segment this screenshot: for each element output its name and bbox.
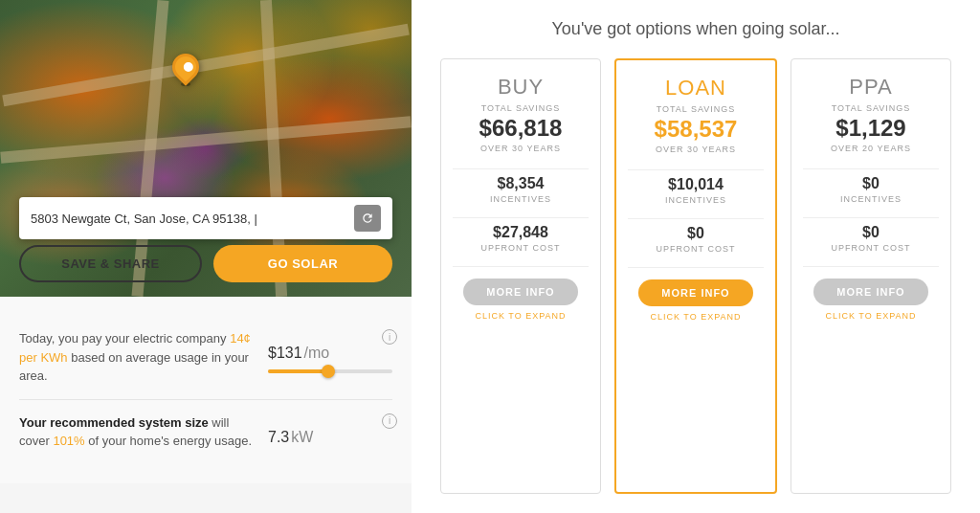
buy-period: OVER 30 YEARS [480,144,561,153]
save-share-button[interactable]: SAVE & SHARE [19,245,202,282]
system-value: 7.3kW [268,413,313,448]
buy-upfront-label: UPFRONT COST [481,243,561,253]
loan-incentives-label: INCENTIVES [665,195,726,205]
slider-fill [268,369,324,373]
action-buttons: SAVE & SHARE GO SOLAR [19,245,392,282]
system-value-container: 7.3kW [268,413,392,448]
loan-divider2 [628,218,764,219]
system-coverage: 101% [53,434,84,448]
electric-value-container: $131/mo [268,329,392,373]
buy-card: BUY TOTAL SAVINGS $66,818 OVER 30 YEARS … [440,58,601,494]
pin-body [167,48,205,86]
right-panel: You've got options when going solar... B… [412,0,980,513]
ppa-card-type: PPA [849,75,892,100]
loan-savings: $58,537 [655,116,738,143]
address-text: 5803 Newgate Ct, San Jose, CA 95138, | [31,212,346,226]
ppa-click-expand[interactable]: CLICK TO EXPAND [825,311,916,321]
loan-total-label: TOTAL SAVINGS [657,104,736,114]
ppa-incentives-label: INCENTIVES [840,194,902,204]
ppa-card: PPA TOTAL SAVINGS $1,129 OVER 20 YEARS $… [791,58,951,494]
cards-container: BUY TOTAL SAVINGS $66,818 OVER 30 YEARS … [440,58,951,494]
electric-text-prefix: Today, you pay your electric company [19,331,230,346]
buy-divider2 [453,217,589,218]
go-solar-button[interactable]: GO SOLAR [213,245,392,282]
loan-upfront-value: $0 [687,225,704,242]
ppa-period: OVER 20 YEARS [831,144,911,153]
refresh-icon [361,212,374,225]
buy-click-expand[interactable]: CLICK TO EXPAND [475,311,566,321]
ppa-upfront-value: $0 [862,224,880,241]
left-panel: 5803 Newgate Ct, San Jose, CA 95138, | S… [0,0,412,513]
buy-incentives-label: INCENTIVES [490,194,551,204]
right-title: You've got options when going solar... [440,19,951,39]
ppa-savings: $1,129 [835,115,905,142]
map-pin [170,54,201,92]
ppa-upfront-label: UPFRONT COST [832,243,911,253]
loan-upfront-label: UPFRONT COST [657,244,736,254]
buy-more-info-button[interactable]: MORE INFO [463,279,578,305]
buy-incentives-value: $8,354 [498,175,545,192]
loan-period: OVER 30 YEARS [656,145,736,154]
loan-card-type: LOAN [665,76,726,100]
buy-total-label: TOTAL SAVINGS [481,103,561,113]
system-unit: kW [291,429,313,445]
buy-upfront-value: $27,848 [493,224,548,241]
map-area: 5803 Newgate Ct, San Jose, CA 95138, | S… [0,0,412,297]
loan-card: LOAN TOTAL SAVINGS $58,537 OVER 30 YEARS… [614,58,777,494]
loan-divider1 [628,169,764,170]
system-text-suffix: of your home's energy usage. [85,434,252,448]
address-bar: 5803 Newgate Ct, San Jose, CA 95138, | [19,197,392,239]
ppa-more-info-button[interactable]: MORE INFO [813,279,928,305]
refresh-button[interactable] [354,205,381,232]
loan-divider3 [628,267,764,268]
electric-unit: /mo [304,345,330,361]
ppa-incentives-value: $0 [862,175,880,192]
slider-thumb[interactable] [322,365,335,378]
buy-divider1 [453,168,589,169]
ppa-divider1 [803,168,939,169]
electric-info-row: Today, you pay your electric company 14¢… [19,316,392,400]
system-number: 7.3 [268,429,289,445]
pin-inner [181,60,194,74]
electric-slider[interactable] [268,369,392,373]
ppa-divider3 [803,266,939,267]
system-description: Your recommended system size will cover … [19,413,268,451]
buy-divider3 [453,266,589,267]
system-info-row: Your recommended system size will cover … [19,400,392,464]
slider-track [268,369,392,373]
electric-dollar: $131 [268,345,302,361]
electric-info-icon[interactable]: i [382,329,397,345]
system-info-icon[interactable]: i [382,413,397,429]
ppa-divider2 [803,217,939,218]
loan-incentives-value: $10,014 [668,176,724,193]
buy-card-type: BUY [498,75,544,100]
loan-more-info-button[interactable]: MORE INFO [638,279,753,306]
ppa-total-label: TOTAL SAVINGS [832,103,911,113]
info-section: Today, you pay your electric company 14¢… [0,297,412,483]
buy-savings: $66,818 [479,115,563,142]
loan-click-expand[interactable]: CLICK TO EXPAND [650,312,741,322]
electric-value: $131/mo [268,329,329,364]
electric-description: Today, you pay your electric company 14¢… [19,329,268,386]
system-text-prefix: Your recommended system size [19,415,209,430]
